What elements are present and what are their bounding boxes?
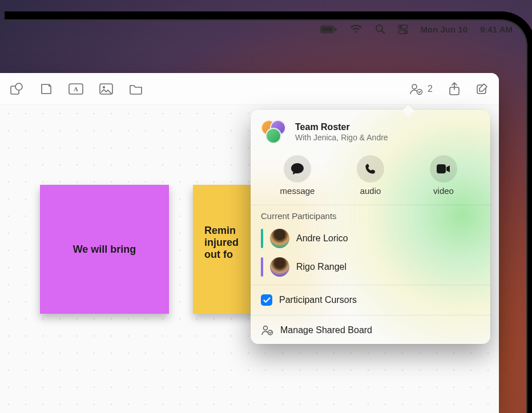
manage-share-icon: [261, 325, 273, 336]
svg-rect-19: [437, 164, 446, 173]
sticky-text: We will bring: [73, 244, 136, 256]
files-tool-icon[interactable]: [129, 83, 143, 95]
message-action[interactable]: message: [266, 155, 329, 196]
popover-header: Team Roster With Jenica, Rigo & Andre: [251, 120, 490, 152]
text-box-tool-icon[interactable]: A: [68, 83, 83, 95]
svg-rect-1: [321, 27, 333, 31]
popover-arrow: [403, 105, 413, 111]
svg-line-4: [382, 31, 385, 34]
current-participants-header: Current Participants: [251, 205, 490, 224]
action-label: message: [280, 186, 315, 196]
participant-avatar-icon: [270, 229, 289, 248]
sticky-note-purple[interactable]: We will bring: [40, 185, 169, 314]
compose-button[interactable]: [476, 83, 489, 95]
participant-name: Rigo Rangel: [296, 262, 346, 272]
svg-point-3: [376, 25, 382, 31]
participant-row[interactable]: Andre Lorico: [251, 224, 490, 253]
popover-subtitle: With Jenica, Rigo & Andre: [295, 133, 388, 142]
share-button[interactable]: [449, 82, 460, 96]
participant-name: Andre Lorico: [296, 233, 348, 244]
video-action[interactable]: video: [412, 155, 475, 196]
action-label: video: [433, 186, 454, 196]
image-tool-icon[interactable]: [99, 83, 113, 95]
participant-row[interactable]: Rigo Rangel: [251, 253, 490, 281]
control-center-icon[interactable]: [398, 25, 408, 34]
row-label: Manage Shared Board: [280, 325, 372, 335]
checkbox-checked-icon: [261, 294, 272, 306]
battery-icon[interactable]: [320, 25, 337, 34]
svg-point-20: [264, 326, 268, 330]
collaborate-button[interactable]: [409, 83, 423, 95]
action-label: audio: [360, 186, 381, 196]
menubar: Mon Jun 10 9:41 AM: [0, 19, 524, 39]
participant-cursors-toggle[interactable]: Participant Cursors: [251, 289, 490, 311]
manage-shared-board[interactable]: Manage Shared Board: [251, 319, 490, 342]
phone-icon: [357, 155, 384, 183]
participant-avatar-icon: [270, 257, 289, 277]
collab-count: 2: [428, 84, 433, 94]
svg-rect-2: [335, 28, 337, 31]
audio-action[interactable]: audio: [339, 155, 402, 196]
svg-point-15: [412, 84, 417, 89]
toolbar: A 2: [0, 73, 499, 105]
sticky-tool-icon[interactable]: [40, 83, 53, 95]
popover-title: Team Roster: [295, 122, 388, 132]
divider: [251, 315, 490, 315]
video-icon: [430, 155, 457, 183]
svg-point-21: [268, 330, 273, 335]
participant-color-bar: [261, 257, 263, 277]
row-label: Participant Cursors: [279, 295, 357, 305]
svg-point-10: [15, 83, 22, 90]
shapes-tool-icon[interactable]: [10, 83, 24, 95]
group-avatar-stack: [261, 120, 287, 144]
menubar-date[interactable]: Mon Jun 10: [421, 25, 468, 34]
popover-actions: message audio video: [251, 152, 490, 205]
message-icon: [284, 155, 311, 183]
collaboration-popover: Team Roster With Jenica, Rigo & Andre me…: [251, 110, 490, 344]
divider: [251, 285, 490, 285]
spotlight-icon[interactable]: [375, 24, 385, 34]
menubar-time[interactable]: 9:41 AM: [480, 25, 513, 34]
svg-text:A: A: [74, 86, 78, 92]
participant-color-bar: [261, 229, 263, 248]
svg-point-6: [400, 26, 402, 28]
wifi-icon[interactable]: [350, 25, 362, 34]
sticky-text: Remin injuredout fo: [204, 225, 239, 261]
svg-point-14: [103, 86, 105, 88]
avatar-icon: [265, 128, 281, 144]
svg-point-8: [404, 31, 406, 33]
